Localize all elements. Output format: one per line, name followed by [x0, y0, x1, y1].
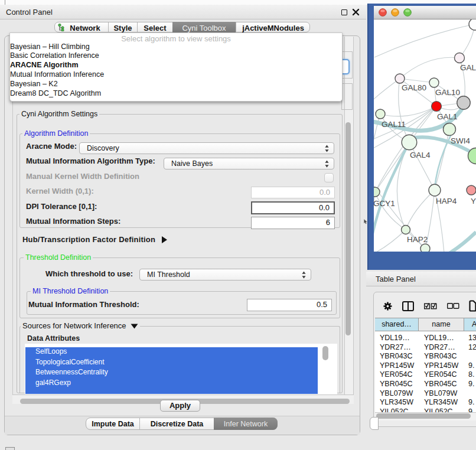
- svg-text:SWI4: SWI4: [451, 136, 470, 145]
- svg-text:GAL10: GAL10: [435, 88, 460, 97]
- svg-text:GAL4: GAL4: [410, 151, 431, 159]
- svg-text:GCY1: GCY1: [374, 199, 395, 208]
- svg-text:HAP2: HAP2: [407, 235, 428, 244]
- svg-text:GAL80: GAL80: [402, 83, 426, 92]
- svg-text:HAP4: HAP4: [436, 197, 457, 206]
- svg-text:GAL11: GAL11: [382, 120, 406, 129]
- svg-text:GAL1: GAL1: [437, 112, 458, 121]
- svg-text:Y: Y: [471, 197, 476, 206]
- svg-text:GAL: GAL: [460, 63, 476, 72]
